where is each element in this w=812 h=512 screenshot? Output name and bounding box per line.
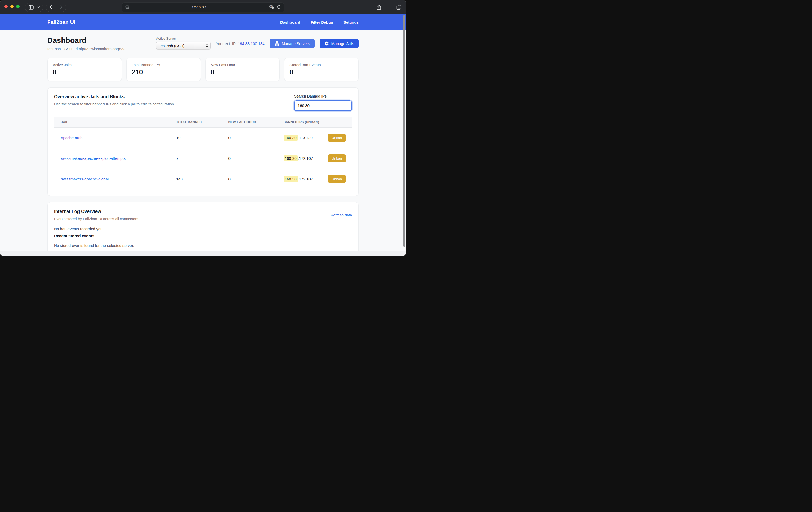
total-banned-value: 143 <box>176 169 229 189</box>
sitemap-icon <box>274 41 280 46</box>
table-row: apache-auth 19 0 160.30.113.129 Unban <box>54 127 352 148</box>
overview-card: Overview active Jails and Blocks Use the… <box>47 87 359 196</box>
refresh-data-link[interactable]: Refresh data <box>330 213 352 217</box>
stat-card-total-banned: Total Banned IPs 210 <box>126 58 201 81</box>
ip-match-highlight: 160.30 <box>284 135 298 141</box>
active-server-select[interactable]: test-ssh (SSH) <box>156 42 211 49</box>
ip-rest: .113.129 <box>298 136 313 140</box>
reader-icon[interactable] <box>125 5 129 9</box>
active-server-value: test-ssh (SSH) <box>160 44 206 48</box>
history-nav-group <box>46 3 66 12</box>
new-last-hour-value: 0 <box>228 148 283 169</box>
stat-value: 0 <box>211 68 274 76</box>
forward-button[interactable] <box>56 3 66 12</box>
column-header-banned-ips: BANNED IPS (UNBAN) <box>284 117 352 127</box>
chevron-left-icon <box>50 5 52 9</box>
brand-title: Fail2ban UI <box>47 19 76 25</box>
nav-item-settings[interactable]: Settings <box>344 20 359 24</box>
search-banned-ips-input[interactable]: 160.30 <box>294 100 352 111</box>
stats-row: Active Jails 8 Total Banned IPs 210 New … <box>47 58 359 81</box>
external-ip-link[interactable]: 194.88.100.134 <box>238 41 264 46</box>
jail-link[interactable]: swissmakers-apache-exploit-attempts <box>61 156 125 161</box>
column-header-jail: JAIL <box>54 117 176 127</box>
stat-card-active-jails: Active Jails 8 <box>47 58 122 81</box>
dashboard-header: Dashboard test-ssh · SSH · rlinfp02.swis… <box>47 36 359 51</box>
share-icon[interactable] <box>377 5 381 10</box>
table-header-row: JAIL TOTAL BANNED NEW LAST HOUR BANNED I… <box>54 117 352 127</box>
external-ip-label: Your ext. IP: <box>216 41 237 46</box>
total-banned-value: 7 <box>176 148 229 169</box>
window-bottom-strip <box>0 251 406 256</box>
active-server-label: Active Server <box>156 36 211 40</box>
new-last-hour-value: 0 <box>228 127 283 148</box>
jails-table: JAIL TOTAL BANNED NEW LAST HOUR BANNED I… <box>54 117 352 189</box>
stat-label: Total Banned IPs <box>132 63 196 67</box>
window-controls <box>4 5 20 8</box>
recent-stored-events-title: Recent stored events <box>54 234 352 238</box>
back-button[interactable] <box>46 3 56 12</box>
address-bar[interactable]: 127.0.0.1 A ★ <box>122 2 284 12</box>
manage-servers-label: Manage Servers <box>282 41 310 46</box>
app-navbar: Fail2ban UI Dashboard Filter Debug Setti… <box>0 15 406 30</box>
log-subtitle: Events stored by Fail2ban-UI across all … <box>54 217 139 221</box>
column-header-total-banned: TOTAL BANNED <box>176 117 229 127</box>
unban-button[interactable]: Unban <box>328 175 346 183</box>
nav-item-filter-debug[interactable]: Filter Debug <box>311 20 333 24</box>
ip-match-highlight: 160.30 <box>284 155 298 161</box>
unban-button[interactable]: Unban <box>328 134 346 142</box>
page-subtitle: test-ssh · SSH · rlinfp02.swissmakers.co… <box>47 47 125 51</box>
manage-jails-label: Manage Jails <box>331 41 354 46</box>
stat-value: 8 <box>53 68 117 76</box>
stat-label: Stored Ban Events <box>289 63 353 67</box>
nav-item-dashboard[interactable]: Dashboard <box>280 20 300 24</box>
table-row: swissmakers-apache-global 143 0 160.30.1… <box>54 169 352 189</box>
unban-button[interactable]: Unban <box>328 154 346 162</box>
search-banned-ips-label: Search Banned IPs <box>294 94 352 98</box>
stat-label: New Last Hour <box>211 63 274 67</box>
no-ban-events-text: No ban events recorded yet. <box>54 227 352 231</box>
url-text: 127.0.0.1 <box>129 5 269 9</box>
banned-ip: 160.30.172.107 <box>284 176 313 182</box>
sidebar-icon <box>29 5 34 9</box>
sidebar-toggle-button[interactable] <box>25 3 43 12</box>
no-stored-events-text: No stored events found for the selected … <box>54 244 352 248</box>
gear-icon <box>324 41 329 46</box>
ip-match-highlight: 160.30 <box>284 176 298 182</box>
close-icon[interactable] <box>4 5 8 8</box>
overview-title: Overview active Jails and Blocks <box>54 94 175 99</box>
minimize-icon[interactable] <box>10 5 13 8</box>
banned-ip: 160.30.113.129 <box>284 135 313 141</box>
jail-link[interactable]: swissmakers-apache-global <box>61 177 109 181</box>
new-last-hour-value: 0 <box>228 169 283 189</box>
banned-ip: 160.30.172.107 <box>284 155 313 161</box>
reload-icon[interactable] <box>277 5 281 9</box>
column-header-new-last-hour: NEW LAST HOUR <box>228 117 283 127</box>
stat-label: Active Jails <box>53 63 117 67</box>
text-caret <box>310 104 310 108</box>
nav-links: Dashboard Filter Debug Settings <box>280 20 359 24</box>
jail-link[interactable]: apache-auth <box>61 136 82 140</box>
manage-servers-button[interactable]: Manage Servers <box>270 38 315 48</box>
toolbar-right <box>377 0 401 15</box>
ip-rest: .172.107 <box>298 156 313 161</box>
chevron-right-icon <box>60 5 62 9</box>
page-title: Dashboard <box>47 36 125 45</box>
stat-card-new-last-hour: New Last Hour 0 <box>205 58 280 81</box>
active-server-group: Active Server test-ssh (SSH) <box>156 36 211 49</box>
search-input-value: 160.30 <box>298 104 310 108</box>
zoom-icon[interactable] <box>16 5 20 8</box>
translate-icon[interactable]: A ★ <box>269 5 274 9</box>
table-row: swissmakers-apache-exploit-attempts 7 0 … <box>54 148 352 169</box>
plus-icon[interactable] <box>387 5 391 9</box>
ip-rest: .172.107 <box>298 177 313 181</box>
scrollbar-thumb[interactable] <box>403 15 405 247</box>
overview-subtitle: Use the search to filter banned IPs and … <box>54 102 175 106</box>
external-ip: Your ext. IP: 194.88.100.134 <box>216 41 265 46</box>
internal-log-card: Internal Log Overview Events stored by F… <box>47 202 359 254</box>
manage-jails-button[interactable]: Manage Jails <box>320 38 359 48</box>
stat-value: 210 <box>132 68 196 76</box>
total-banned-value: 19 <box>176 127 229 148</box>
tabs-overview-icon[interactable] <box>397 5 401 10</box>
svg-text:★: ★ <box>272 7 274 9</box>
page-content: Dashboard test-ssh · SSH · rlinfp02.swis… <box>0 30 406 254</box>
